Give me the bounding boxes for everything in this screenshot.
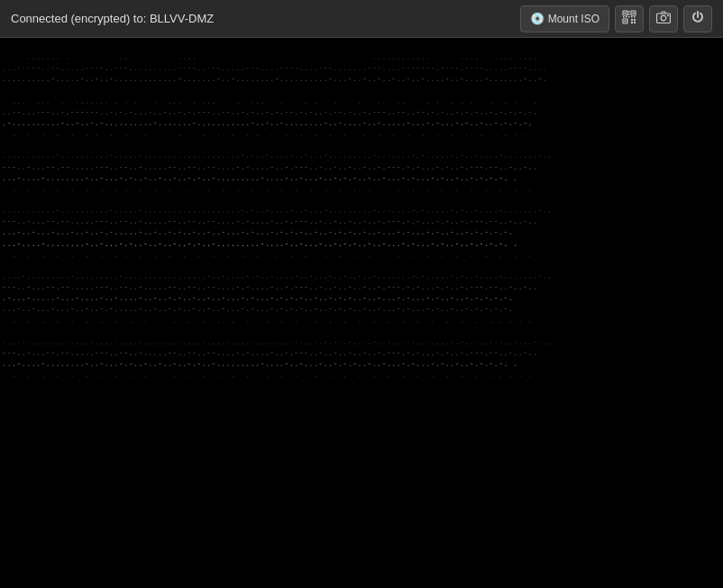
disc-icon: 💿 [530,12,545,25]
svg-rect-19 [667,14,669,16]
qr-icon [622,10,636,28]
svg-rect-1 [625,12,627,14]
svg-rect-7 [634,19,636,21]
screenshot-button[interactable] [649,5,678,32]
mount-iso-button[interactable]: 💿 Mount ISO [520,5,609,32]
svg-rect-6 [631,19,633,21]
qr-code-button[interactable] [615,5,644,32]
svg-rect-10 [628,11,630,13]
power-icon [691,11,704,27]
svg-rect-5 [625,20,627,22]
svg-rect-13 [626,16,627,18]
header-bar: Connected (encrypted) to: BLLVV-DMZ 💿 Mo… [0,0,723,38]
svg-rect-16 [634,16,636,18]
svg-rect-12 [623,16,625,18]
svg-rect-9 [634,22,636,23]
svg-rect-3 [633,12,635,14]
terminal-display[interactable]: ....... . .. .... ............ .... ....… [0,38,723,588]
power-button[interactable] [683,5,712,32]
terminal-text: ....... . .. .... ............ .... ....… [2,41,721,392]
svg-point-18 [661,15,666,21]
svg-rect-8 [631,22,633,23]
header-buttons: 💿 Mount ISO [520,5,712,32]
svg-rect-14 [628,16,630,18]
svg-rect-15 [631,16,633,18]
connection-status: Connected (encrypted) to: BLLVV-DMZ [11,12,214,25]
svg-rect-11 [628,14,630,15]
camera-icon [656,11,671,27]
